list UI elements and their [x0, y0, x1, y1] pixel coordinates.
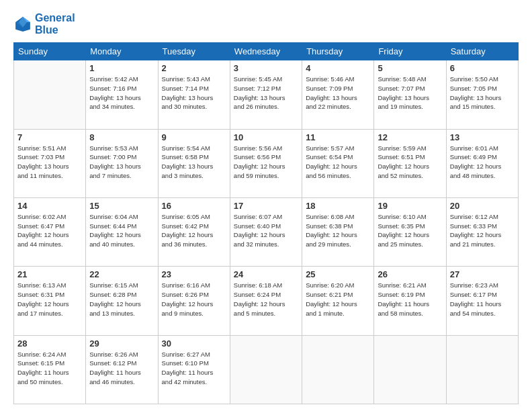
- weekday-header-monday: Monday: [86, 43, 158, 60]
- day-number: 1: [89, 63, 154, 73]
- header: General Blue: [13, 12, 519, 36]
- day-info: Sunrise: 6:23 AMSunset: 6:17 PMDaylight:…: [450, 281, 515, 318]
- calendar-cell: [374, 335, 446, 404]
- day-number: 9: [162, 132, 226, 142]
- calendar-cell: 3Sunrise: 5:45 AMSunset: 7:12 PMDaylight…: [230, 60, 302, 129]
- calendar-cell: 22Sunrise: 6:15 AMSunset: 6:28 PMDayligh…: [86, 267, 158, 335]
- day-info: Sunrise: 6:08 AMSunset: 6:38 PMDaylight:…: [306, 212, 370, 249]
- calendar-week-5: 28Sunrise: 6:24 AMSunset: 6:15 PMDayligh…: [14, 335, 519, 404]
- day-number: 29: [89, 338, 154, 349]
- calendar-cell: 26Sunrise: 6:21 AMSunset: 6:19 PMDayligh…: [374, 267, 446, 335]
- logo-text: General Blue: [35, 12, 75, 36]
- calendar-cell: 24Sunrise: 6:18 AMSunset: 6:24 PMDayligh…: [230, 267, 302, 335]
- day-info: Sunrise: 6:21 AMSunset: 6:19 PMDaylight:…: [378, 281, 442, 318]
- day-number: 13: [450, 132, 515, 142]
- calendar-cell: 2Sunrise: 5:43 AMSunset: 7:14 PMDaylight…: [158, 60, 230, 129]
- calendar-cell: 30Sunrise: 6:27 AMSunset: 6:10 PMDayligh…: [158, 335, 230, 404]
- day-number: 16: [162, 201, 226, 211]
- day-number: 7: [17, 132, 82, 142]
- day-info: Sunrise: 6:07 AMSunset: 6:40 PMDaylight:…: [234, 212, 298, 249]
- day-info: Sunrise: 6:12 AMSunset: 6:33 PMDaylight:…: [450, 212, 515, 249]
- day-number: 10: [234, 132, 298, 142]
- logo: General Blue: [13, 12, 75, 36]
- calendar-cell: 11Sunrise: 5:57 AMSunset: 6:54 PMDayligh…: [302, 129, 374, 197]
- day-info: Sunrise: 6:04 AMSunset: 6:44 PMDaylight:…: [89, 212, 154, 249]
- calendar-cell: 10Sunrise: 5:56 AMSunset: 6:56 PMDayligh…: [230, 129, 302, 197]
- calendar-cell: 12Sunrise: 5:59 AMSunset: 6:51 PMDayligh…: [374, 129, 446, 197]
- day-number: 3: [234, 63, 298, 73]
- calendar-cell: 23Sunrise: 6:16 AMSunset: 6:26 PMDayligh…: [158, 267, 230, 335]
- day-number: 5: [378, 63, 442, 73]
- day-info: Sunrise: 5:59 AMSunset: 6:51 PMDaylight:…: [378, 144, 442, 181]
- day-info: Sunrise: 6:18 AMSunset: 6:24 PMDaylight:…: [234, 281, 298, 318]
- day-number: 20: [450, 201, 515, 211]
- day-info: Sunrise: 6:20 AMSunset: 6:21 PMDaylight:…: [306, 281, 370, 318]
- day-info: Sunrise: 5:45 AMSunset: 7:12 PMDaylight:…: [234, 75, 298, 111]
- calendar-cell: 15Sunrise: 6:04 AMSunset: 6:44 PMDayligh…: [86, 197, 158, 266]
- day-info: Sunrise: 5:53 AMSunset: 7:00 PMDaylight:…: [89, 144, 154, 181]
- day-info: Sunrise: 6:27 AMSunset: 6:10 PMDaylight:…: [162, 350, 226, 387]
- weekday-header-saturday: Saturday: [446, 43, 518, 60]
- weekday-header-wednesday: Wednesday: [230, 43, 302, 60]
- logo-icon: [13, 15, 32, 34]
- page: General Blue SundayMondayTuesdayWednesda…: [0, 0, 532, 411]
- day-number: 26: [378, 269, 442, 279]
- day-info: Sunrise: 5:57 AMSunset: 6:54 PMDaylight:…: [306, 144, 370, 181]
- day-number: 27: [450, 269, 515, 279]
- calendar-cell: 18Sunrise: 6:08 AMSunset: 6:38 PMDayligh…: [302, 197, 374, 266]
- calendar-cell: 9Sunrise: 5:54 AMSunset: 6:58 PMDaylight…: [158, 129, 230, 197]
- calendar-cell: 6Sunrise: 5:50 AMSunset: 7:05 PMDaylight…: [446, 60, 518, 129]
- weekday-header-tuesday: Tuesday: [158, 43, 230, 60]
- calendar-cell: 28Sunrise: 6:24 AMSunset: 6:15 PMDayligh…: [14, 335, 86, 404]
- calendar-cell: 19Sunrise: 6:10 AMSunset: 6:35 PMDayligh…: [374, 197, 446, 266]
- day-number: 8: [89, 132, 154, 142]
- day-number: 21: [17, 269, 82, 279]
- day-info: Sunrise: 5:43 AMSunset: 7:14 PMDaylight:…: [162, 75, 226, 111]
- calendar-cell: 1Sunrise: 5:42 AMSunset: 7:16 PMDaylight…: [86, 60, 158, 129]
- day-info: Sunrise: 6:24 AMSunset: 6:15 PMDaylight:…: [17, 350, 82, 387]
- calendar-cell: 7Sunrise: 5:51 AMSunset: 7:03 PMDaylight…: [14, 129, 86, 197]
- day-number: 19: [378, 201, 442, 211]
- weekday-header-row: SundayMondayTuesdayWednesdayThursdayFrid…: [14, 43, 519, 60]
- weekday-header-thursday: Thursday: [302, 43, 374, 60]
- day-number: 23: [162, 269, 226, 279]
- day-number: 30: [162, 338, 226, 349]
- day-info: Sunrise: 6:01 AMSunset: 6:49 PMDaylight:…: [450, 144, 515, 181]
- day-info: Sunrise: 5:50 AMSunset: 7:05 PMDaylight:…: [450, 75, 515, 111]
- day-number: 17: [234, 201, 298, 211]
- day-info: Sunrise: 5:51 AMSunset: 7:03 PMDaylight:…: [17, 144, 82, 181]
- day-number: 4: [306, 63, 370, 73]
- day-info: Sunrise: 6:16 AMSunset: 6:26 PMDaylight:…: [162, 281, 226, 318]
- day-number: 6: [450, 63, 515, 73]
- calendar-cell: [230, 335, 302, 404]
- calendar-week-2: 7Sunrise: 5:51 AMSunset: 7:03 PMDaylight…: [14, 129, 519, 197]
- day-number: 11: [306, 132, 370, 142]
- calendar-table: SundayMondayTuesdayWednesdayThursdayFrid…: [13, 42, 519, 404]
- calendar-cell: 25Sunrise: 6:20 AMSunset: 6:21 PMDayligh…: [302, 267, 374, 335]
- calendar-cell: 21Sunrise: 6:13 AMSunset: 6:31 PMDayligh…: [14, 267, 86, 335]
- day-number: 24: [234, 269, 298, 279]
- day-number: 15: [89, 201, 154, 211]
- calendar-cell: 20Sunrise: 6:12 AMSunset: 6:33 PMDayligh…: [446, 197, 518, 266]
- calendar-cell: [14, 60, 86, 129]
- day-number: 14: [17, 201, 82, 211]
- day-number: 22: [89, 269, 154, 279]
- weekday-header-friday: Friday: [374, 43, 446, 60]
- day-number: 25: [306, 269, 370, 279]
- day-info: Sunrise: 6:10 AMSunset: 6:35 PMDaylight:…: [378, 212, 442, 249]
- weekday-header-sunday: Sunday: [14, 43, 86, 60]
- calendar-cell: 17Sunrise: 6:07 AMSunset: 6:40 PMDayligh…: [230, 197, 302, 266]
- calendar-cell: 8Sunrise: 5:53 AMSunset: 7:00 PMDaylight…: [86, 129, 158, 197]
- day-info: Sunrise: 6:26 AMSunset: 6:12 PMDaylight:…: [89, 350, 154, 387]
- day-info: Sunrise: 6:15 AMSunset: 6:28 PMDaylight:…: [89, 281, 154, 318]
- day-info: Sunrise: 5:56 AMSunset: 6:56 PMDaylight:…: [234, 144, 298, 181]
- day-number: 18: [306, 201, 370, 211]
- day-number: 12: [378, 132, 442, 142]
- day-info: Sunrise: 5:54 AMSunset: 6:58 PMDaylight:…: [162, 144, 226, 181]
- day-info: Sunrise: 5:42 AMSunset: 7:16 PMDaylight:…: [89, 75, 154, 111]
- calendar-cell: 29Sunrise: 6:26 AMSunset: 6:12 PMDayligh…: [86, 335, 158, 404]
- day-info: Sunrise: 6:13 AMSunset: 6:31 PMDaylight:…: [17, 281, 82, 318]
- calendar-cell: 4Sunrise: 5:46 AMSunset: 7:09 PMDaylight…: [302, 60, 374, 129]
- day-info: Sunrise: 6:05 AMSunset: 6:42 PMDaylight:…: [162, 212, 226, 249]
- day-info: Sunrise: 6:02 AMSunset: 6:47 PMDaylight:…: [17, 212, 82, 249]
